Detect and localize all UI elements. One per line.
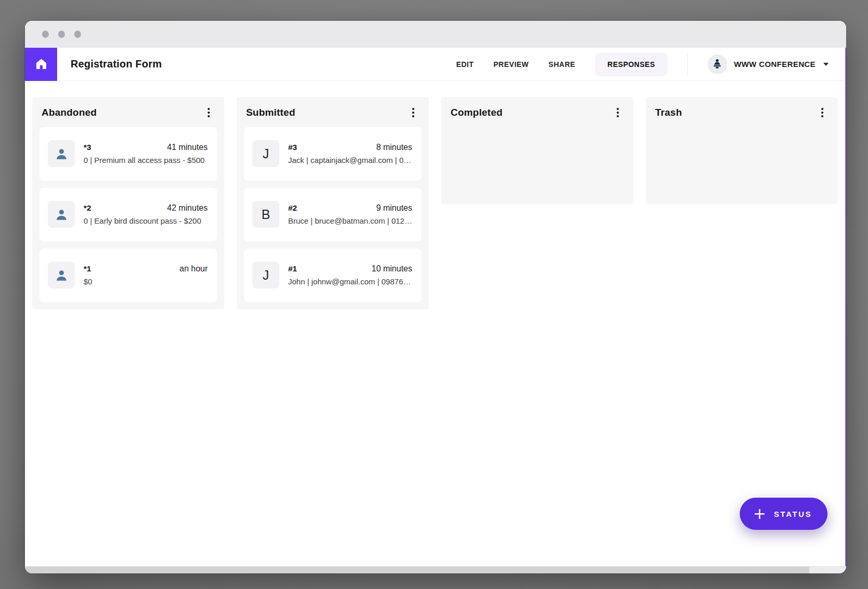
card-list [441, 124, 633, 127]
home-icon [34, 57, 48, 71]
response-detail: Jack | captainjack@gmail.com | 0… [288, 156, 412, 165]
response-detail: $0 [84, 277, 208, 286]
chevron-down-icon [823, 63, 829, 66]
response-card[interactable]: *3 41 minutes 0 | Premium all access pas… [39, 127, 217, 181]
response-detail: 0 | Premium all access pass - $500 [84, 156, 208, 165]
response-id: #2 [288, 203, 297, 213]
column-header: Submitted [237, 97, 429, 124]
response-id: #1 [288, 264, 297, 273]
column-abandoned: Abandoned *3 41 minutes 0 | Premium all … [32, 97, 224, 309]
response-id: #3 [288, 143, 297, 152]
column-header: Trash [646, 97, 838, 124]
response-time: 42 minutes [167, 203, 208, 213]
response-time: 8 minutes [376, 143, 412, 152]
plus-icon: + [753, 499, 766, 529]
board: Abandoned *3 41 minutes 0 | Premium all … [32, 97, 839, 309]
kebab-menu-icon[interactable] [205, 105, 213, 120]
person-avatar [48, 140, 75, 167]
main-area: Abandoned *3 41 minutes 0 | Premium all … [25, 81, 846, 566]
column-title: Completed [451, 107, 503, 118]
kebab-menu-icon[interactable] [409, 105, 417, 120]
kebab-menu-icon[interactable] [818, 105, 826, 120]
workspace-dropdown[interactable]: WWW CONFERENCE [708, 54, 829, 74]
card-body: *3 41 minutes 0 | Premium all access pas… [84, 143, 208, 165]
window-control-dot[interactable] [58, 31, 65, 38]
window-titlebar [25, 21, 846, 48]
scrollbar-thumb[interactable] [25, 567, 809, 573]
response-card[interactable]: J #3 8 minutes Jack | captainjack@gmail.… [244, 127, 422, 181]
nav-divider [687, 53, 688, 75]
response-detail: 0 | Early bird discount pass - $200 [84, 216, 208, 225]
response-detail: John | johnw@gmail.com | 09876… [288, 277, 412, 286]
response-time: 10 minutes [372, 264, 412, 273]
card-list [646, 124, 838, 127]
app-window: Registration Form EDIT PREVIEW SHARE RES… [25, 21, 846, 573]
response-card[interactable]: B #2 9 minutes Bruce | bruce@batman.com … [244, 188, 422, 241]
response-id: *2 [84, 203, 91, 213]
card-body: #2 9 minutes Bruce | bruce@batman.com | … [288, 203, 412, 225]
response-id: *3 [84, 143, 91, 152]
window-control-dot[interactable] [42, 31, 49, 38]
response-card[interactable]: J #1 10 minutes John | johnw@gmail.com |… [244, 249, 422, 302]
person-avatar-icon [53, 146, 70, 162]
person-avatar [48, 262, 75, 289]
speaker-podium-icon [708, 54, 727, 74]
nav-edit[interactable]: EDIT [456, 60, 474, 69]
response-detail: Bruce | bruce@batman.com | 012… [288, 216, 412, 225]
letter-avatar: J [252, 140, 279, 167]
add-status-label: STATUS [774, 510, 812, 518]
card-list: J #3 8 minutes Jack | captainjack@gmail.… [237, 124, 429, 302]
card-body: *2 42 minutes 0 | Early bird discount pa… [84, 203, 208, 225]
nav-share[interactable]: SHARE [549, 60, 576, 69]
home-button[interactable] [25, 48, 57, 81]
letter-avatar: B [252, 201, 279, 228]
page-title: Registration Form [71, 58, 162, 70]
response-card[interactable]: *1 an hour $0 [39, 249, 217, 302]
column-title: Trash [655, 107, 682, 118]
window-right-accent-edge [845, 48, 846, 566]
response-time: 41 minutes [167, 143, 208, 152]
response-time: an hour [180, 264, 208, 273]
letter-avatar: J [252, 262, 279, 289]
column-trash: Trash [646, 97, 838, 204]
column-header: Completed [441, 97, 633, 124]
column-header: Abandoned [32, 97, 224, 124]
kebab-menu-icon[interactable] [614, 105, 622, 120]
card-body: #3 8 minutes Jack | captainjack@gmail.co… [288, 143, 412, 165]
response-id: *1 [84, 264, 91, 273]
column-submitted: Submitted J #3 8 minutes Jack | captainj… [237, 97, 429, 309]
response-time: 9 minutes [376, 203, 412, 213]
add-status-button[interactable]: + STATUS [740, 498, 828, 530]
column-title: Abandoned [42, 107, 97, 118]
person-avatar-icon [53, 267, 70, 283]
app-header: Registration Form EDIT PREVIEW SHARE RES… [25, 48, 846, 81]
person-avatar-icon [53, 207, 70, 223]
card-body: *1 an hour $0 [84, 264, 208, 286]
workspace-name: WWW CONFERENCE [734, 60, 816, 69]
column-title: Submitted [246, 107, 295, 118]
card-body: #1 10 minutes John | johnw@gmail.com | 0… [288, 264, 412, 286]
person-avatar [48, 201, 75, 228]
column-completed: Completed [441, 97, 633, 204]
response-card[interactable]: *2 42 minutes 0 | Early bird discount pa… [39, 188, 217, 241]
card-list: *3 41 minutes 0 | Premium all access pas… [32, 124, 224, 302]
nav-responses[interactable]: RESPONSES [595, 52, 668, 76]
window-control-dot[interactable] [74, 31, 81, 38]
nav-preview[interactable]: PREVIEW [494, 60, 529, 69]
header-nav: EDIT PREVIEW SHARE RESPONSES WWW CONFERE… [456, 52, 846, 76]
horizontal-scrollbar [25, 566, 846, 573]
